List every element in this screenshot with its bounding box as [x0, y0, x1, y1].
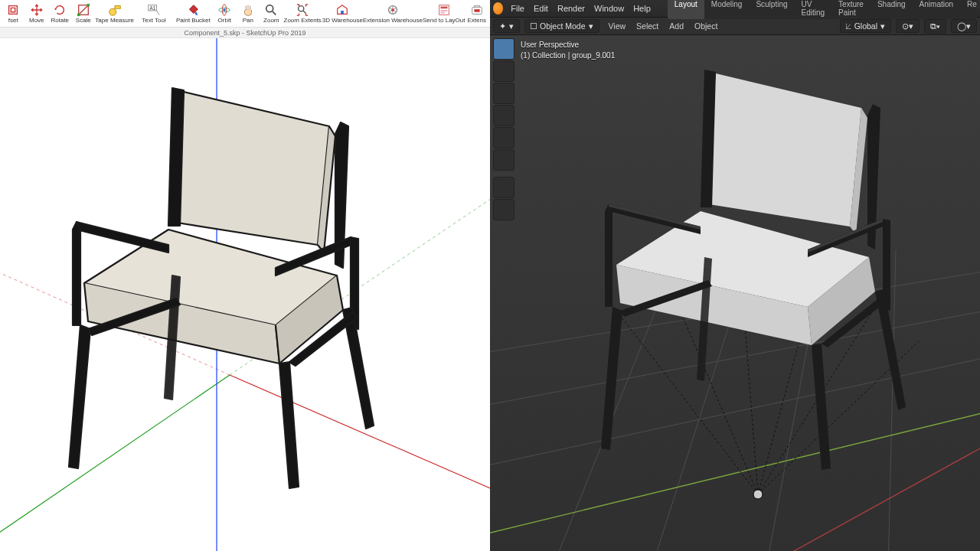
- tool-rotate[interactable]: Rotate: [48, 0, 72, 28]
- tool-cursor[interactable]: [493, 60, 514, 82]
- tool-label: Pan: [243, 17, 253, 24]
- pan-icon: [241, 3, 255, 17]
- svg-rect-16: [440, 7, 447, 9]
- paint-icon: [186, 3, 200, 17]
- tool-pan[interactable]: Pan: [237, 0, 260, 28]
- tool-label: Text Tool: [142, 17, 165, 24]
- sketchup-toolbar: fsetMoveRotateScaleTape MeasureA1Text To…: [0, 0, 490, 28]
- tool-move[interactable]: Move: [25, 0, 49, 28]
- hdr-menu-object[interactable]: Object: [690, 20, 722, 32]
- menu-help[interactable]: Help: [633, 4, 651, 13]
- tool-label: Rotate: [51, 17, 70, 24]
- tool-measure[interactable]: [493, 199, 514, 220]
- tool-offset[interactable]: fset: [2, 0, 25, 28]
- workspace-sculpting[interactable]: Sculpting: [749, 0, 794, 19]
- menu-window[interactable]: Window: [594, 4, 624, 13]
- tool-zoom[interactable]: Zoom: [260, 0, 283, 28]
- svg-point-44: [753, 490, 763, 499]
- sketchup-viewport[interactable]: [0, 38, 490, 551]
- tool-label: 3D Warehouse: [322, 17, 363, 24]
- workspace-uv-editing[interactable]: UV Editing: [795, 0, 832, 19]
- hdr-menu-select[interactable]: Select: [632, 20, 663, 32]
- tape-icon: [108, 3, 122, 17]
- menu-file[interactable]: File: [511, 4, 524, 13]
- tool-zext[interactable]: Zoom Extents: [283, 0, 322, 28]
- blender-workspace-tabs: LayoutModelingSculptingUV EditingTexture…: [668, 0, 977, 19]
- pivot-selector[interactable]: ⊙▾: [896, 19, 920, 33]
- tool-label: Send to LayOut: [423, 17, 466, 24]
- svg-rect-2: [87, 4, 90, 7]
- workspace-layout[interactable]: Layout: [668, 0, 704, 19]
- svg-point-14: [391, 8, 394, 11]
- tool-move[interactable]: [493, 83, 514, 104]
- svg-point-10: [266, 5, 273, 12]
- tool-scale[interactable]: Scale: [72, 0, 96, 28]
- tool-text[interactable]: A1Text Tool: [134, 0, 173, 28]
- menu-edit[interactable]: Edit: [534, 4, 548, 13]
- tool-select-box[interactable]: [493, 38, 514, 60]
- blender-chair: [578, 51, 915, 479]
- tool-extw[interactable]: Extension Warehouse: [363, 0, 423, 28]
- hdr-menu-view[interactable]: View: [604, 20, 631, 32]
- sketchup-pane: fsetMoveRotateScaleTape MeasureA1Text To…: [0, 0, 490, 551]
- tool-label: Tape Measure: [95, 17, 134, 24]
- svg-rect-18: [440, 12, 444, 14]
- tool-label: Scale: [76, 17, 91, 24]
- tool-label: Zoom: [263, 17, 279, 24]
- scale-icon: [77, 3, 90, 17]
- offset-icon: [6, 3, 20, 17]
- tool-layout[interactable]: Send to LayOut: [423, 0, 466, 28]
- blender-left-toolbar: [493, 38, 514, 220]
- snap-toggle[interactable]: ⧉▾: [924, 19, 946, 34]
- 3dw-icon: [335, 3, 349, 17]
- tool-label: Extension Warehouse: [363, 17, 423, 24]
- proportional-edit-toggle[interactable]: ◯▾: [951, 19, 977, 33]
- workspace-texture-paint[interactable]: Texture Paint: [831, 0, 871, 19]
- tool-label: Orbit: [218, 17, 231, 24]
- zoom-icon: [264, 3, 278, 17]
- svg-rect-20: [474, 9, 479, 12]
- orbit-icon: [217, 3, 231, 17]
- blender-menubar: FileEditRenderWindowHelp LayoutModelingS…: [490, 0, 980, 17]
- text-icon: A1: [147, 3, 161, 17]
- sketchup-chair: [46, 69, 383, 497]
- tool-ext[interactable]: Extens: [465, 0, 488, 28]
- orientation-label: Global: [854, 21, 877, 31]
- tool-rotate[interactable]: [493, 105, 514, 126]
- hdr-menu-add[interactable]: Add: [665, 20, 688, 32]
- ext-icon: [470, 3, 484, 17]
- workspace-animation[interactable]: Animation: [913, 0, 960, 19]
- tool-orbit[interactable]: Orbit: [213, 0, 237, 28]
- orientation-icon: ⟀: [846, 21, 851, 31]
- tool-transform[interactable]: [493, 149, 514, 171]
- tool-label: Extens: [468, 17, 486, 24]
- svg-point-3: [109, 8, 116, 15]
- zext-icon: [296, 3, 309, 17]
- svg-rect-17: [440, 10, 447, 11]
- tool-label: Zoom Extents: [284, 17, 322, 24]
- sketchup-titlebar: Component_5.skp - SketchUp Pro 2019: [0, 28, 490, 38]
- extw-icon: [386, 3, 400, 17]
- blender-logo-icon: [493, 2, 503, 15]
- object-mode-icon: [531, 23, 537, 29]
- workspace-modeling[interactable]: Modeling: [704, 0, 750, 19]
- overlay-line1: User Perspective: [521, 40, 615, 51]
- orientation-selector[interactable]: ⟀Global ▾: [840, 19, 891, 33]
- workspace-shading[interactable]: Shading: [871, 0, 913, 19]
- mode-selector[interactable]: Object Mode ▾: [524, 19, 599, 33]
- blender-viewport[interactable]: User Perspective (1) Collection | group_…: [490, 35, 980, 551]
- rotate-icon: [53, 3, 67, 17]
- blender-pane: FileEditRenderWindowHelp LayoutModelingS…: [490, 0, 980, 551]
- svg-point-9: [223, 8, 226, 11]
- tool-tape[interactable]: Tape Measure: [95, 0, 134, 28]
- svg-rect-12: [341, 11, 345, 15]
- overlay-line2: (1) Collection | group_9.001: [521, 51, 615, 61]
- tool-3dw[interactable]: 3D Warehouse: [322, 0, 363, 28]
- workspace-rendering[interactable]: Rendering: [960, 0, 977, 19]
- tool-paint[interactable]: Paint Bucket: [174, 0, 213, 28]
- editor-type-selector[interactable]: ✦▾: [493, 19, 520, 33]
- viewport-overlay-text: User Perspective (1) Collection | group_…: [521, 40, 615, 61]
- tool-annotate[interactable]: [493, 177, 514, 198]
- menu-render[interactable]: Render: [557, 4, 585, 13]
- tool-scale[interactable]: [493, 127, 514, 148]
